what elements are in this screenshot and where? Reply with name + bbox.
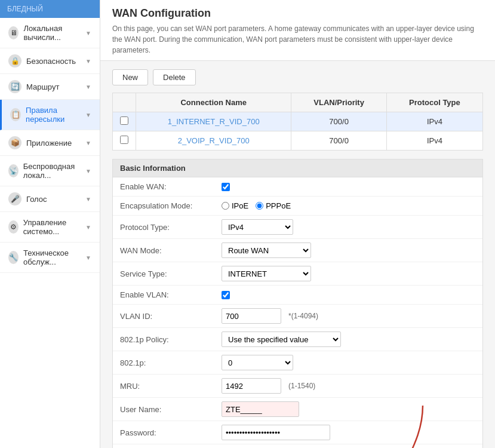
policy-802-1p-label: 802.1p Policy: [120, 335, 222, 344]
sidebar-item-sysmanage[interactable]: ⚙ Управление системо... ▼ [0, 212, 100, 243]
password-value [222, 425, 475, 440]
sidebar-item-label-local: Локальная вычисли... [23, 24, 85, 42]
enable-vlan-row: Enable VLAN: [113, 286, 482, 305]
mru-label: MRU: [120, 382, 222, 391]
mru-hint: (1-1540) [288, 382, 315, 390]
username-input[interactable] [222, 401, 299, 417]
col-checkbox [113, 93, 136, 112]
wan-mode-select[interactable]: Route WAN Bridge WAN [222, 243, 311, 258]
row1-checkbox-cell [113, 112, 136, 131]
sidebar-item-techservice[interactable]: 🔧 Техническое обслуж... ▼ [0, 243, 100, 273]
sidebar-item-local[interactable]: 🖥 Локальная вычисли... ▼ [0, 18, 100, 48]
encap-pppoe-text: PPPoE [266, 201, 291, 210]
encap-ipoe-label[interactable]: IPoE [222, 201, 248, 210]
protocol-type-value: IPv4 IPv6 [222, 219, 475, 235]
username-label: User Name: [120, 405, 222, 414]
encap-ipoe-text: IPoE [232, 201, 248, 210]
sidebar-item-label-sysmanage: Управление системо... [23, 218, 85, 236]
row1-connection-name[interactable]: 1_INTERNET_R_VID_700 [136, 112, 291, 131]
sidebar-item-label-voice: Голос [26, 195, 47, 204]
dot1p-select[interactable]: 0123 4567 [222, 355, 293, 370]
enable-wan-row: Enable WAN: [113, 177, 482, 197]
voice-icon: 🎤 [8, 192, 21, 205]
chevron-icon-wireless: ▼ [85, 168, 91, 174]
service-type-row: Service Type: INTERNET VOIP OTHER [113, 262, 482, 286]
enable-vlan-checkbox[interactable] [222, 291, 230, 299]
policy-802-1p-row: 802.1p Policy: Use the specified value C… [113, 328, 482, 351]
enable-wan-value [222, 183, 475, 191]
col-protocol-type: Protocol Type [386, 93, 482, 112]
new-button[interactable]: New [112, 69, 148, 85]
sidebar: БЛЕДНЫЙ 🖥 Локальная вычисли... ▼ 🔒 Безоп… [0, 0, 100, 448]
chevron-icon-local: ▼ [85, 30, 91, 36]
service-type-value: INTERNET VOIP OTHER [222, 266, 475, 281]
vlan-id-hint: *(1-4094) [288, 312, 318, 320]
col-connection-name: Connection Name [136, 93, 291, 112]
sidebar-item-route[interactable]: 🔄 Маршрут ▼ [0, 74, 100, 100]
row2-connection-name[interactable]: 2_VOIP_R_VID_700 [136, 131, 291, 151]
wan-mode-label: WAN Mode: [120, 246, 222, 255]
encap-mode-value: IPoE PPPoE [222, 201, 475, 210]
sidebar-item-label-techservice: Техническое обслуж... [23, 248, 85, 266]
content-area: New Delete Connection Name VLAN/Priority… [100, 61, 495, 448]
encap-mode-row: Encapsulation Mode: IPoE PPPoE [113, 197, 482, 216]
local-icon: 🖥 [8, 26, 19, 39]
encap-pppoe-label[interactable]: PPPoE [256, 201, 291, 210]
sidebar-item-rules[interactable]: 📋 Правила пересылки ▼ [0, 100, 100, 130]
protocol-type-label: Protocol Type: [120, 223, 222, 232]
dot1p-row: 802.1p: 0123 4567 [113, 351, 482, 375]
delete-button[interactable]: Delete [153, 69, 196, 85]
row2-protocol: IPv4 [386, 131, 482, 151]
basic-info-header: Basic Information [113, 159, 482, 177]
table-row: 2_VOIP_R_VID_700 700/0 IPv4 [113, 131, 483, 151]
chevron-icon-route: ▼ [85, 84, 91, 90]
chevron-icon-voice: ▼ [85, 196, 91, 202]
enable-vlan-label: Enable VLAN: [120, 290, 222, 299]
sidebar-item-label-rules: Правила пересылки [26, 106, 85, 124]
encap-pppoe-radio[interactable] [256, 202, 263, 210]
toolbar: New Delete [112, 69, 483, 85]
protocol-type-row: Protocol Type: IPv4 IPv6 [113, 216, 482, 239]
chevron-icon-techservice: ▼ [85, 254, 91, 261]
row1-checkbox[interactable] [120, 116, 128, 125]
encap-ipoe-radio[interactable] [222, 202, 229, 210]
page-title: WAN Configuration [112, 7, 483, 20]
connections-table: Connection Name VLAN/Priority Protocol T… [112, 93, 483, 151]
main-content: WAN Configuration On this page, you can … [100, 0, 495, 448]
vlan-id-input[interactable] [222, 308, 281, 324]
dot1p-value: 0123 4567 [222, 355, 475, 370]
security-icon: 🔒 [8, 54, 21, 67]
sidebar-item-app[interactable]: 📦 Приложение ▼ [0, 130, 100, 156]
service-type-select[interactable]: INTERNET VOIP OTHER [222, 266, 311, 281]
enable-vlan-value [222, 291, 475, 299]
protocol-type-select[interactable]: IPv4 IPv6 [222, 219, 293, 235]
mru-input[interactable] [222, 378, 281, 394]
wan-mode-row: WAN Mode: Route WAN Bridge WAN [113, 239, 482, 262]
sysmanage-icon: ⚙ [8, 220, 19, 234]
chevron-icon-security: ▼ [85, 58, 91, 65]
policy-802-1p-value: Use the specified value Copy from inner … [222, 332, 475, 347]
dot1p-label: 802.1p: [120, 358, 222, 367]
sidebar-item-voice[interactable]: 🎤 Голос ▼ [0, 186, 100, 212]
policy-802-1p-select[interactable]: Use the specified value Copy from inner … [222, 332, 341, 347]
encap-mode-label: Encapsulation Mode: [120, 201, 222, 210]
enable-wan-checkbox[interactable] [222, 183, 230, 191]
password-input[interactable] [222, 425, 330, 440]
rules-icon: 📋 [10, 108, 21, 121]
row2-checkbox-cell [113, 131, 136, 151]
sidebar-item-label-app: Приложение [26, 139, 72, 148]
sidebar-item-security[interactable]: 🔒 Безопасность ▼ [0, 48, 100, 74]
row1-vlan: 700/0 [291, 112, 386, 131]
sidebar-item-label-route: Маршрут [26, 82, 59, 91]
sidebar-top[interactable]: БЛЕДНЫЙ [0, 0, 100, 18]
sidebar-item-label-security: Безопасность [26, 57, 76, 66]
service-type-label: Service Type: [120, 269, 222, 278]
row2-vlan: 700/0 [291, 131, 386, 151]
sidebar-item-wireless[interactable]: 📡 Беспроводная локал... ▼ [0, 156, 100, 186]
vlan-id-value: *(1-4094) [222, 308, 475, 324]
mru-value: (1-1540) [222, 378, 475, 394]
page-header: WAN Configuration On this page, you can … [100, 0, 495, 61]
row2-checkbox[interactable] [120, 136, 128, 144]
chevron-icon-sysmanage: ▼ [85, 224, 91, 231]
username-row: User Name: [113, 398, 482, 421]
